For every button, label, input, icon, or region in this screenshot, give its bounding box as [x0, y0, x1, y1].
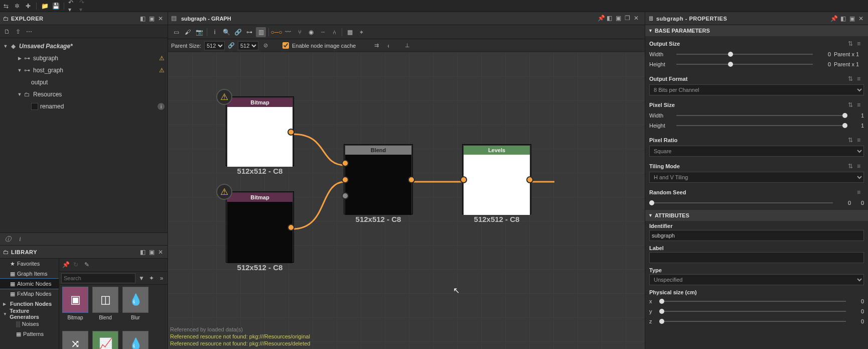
magnet-icon[interactable]: ⌖: [356, 27, 366, 37]
paint-icon[interactable]: 🖌: [183, 27, 193, 37]
grid-snap-icon[interactable]: ▦: [345, 27, 355, 37]
node-port[interactable]: [342, 160, 349, 167]
redo-icon[interactable]: ↷ ▾: [79, 2, 87, 10]
align-icon[interactable]: ▥: [256, 27, 266, 37]
menu-icon[interactable]: ≡: [857, 101, 864, 108]
library-category[interactable]: ★Favorites: [0, 259, 59, 269]
close-icon[interactable]: ✕: [634, 15, 642, 23]
height-slider[interactable]: [676, 64, 813, 65]
info-icon[interactable]: i: [210, 27, 220, 37]
node-port[interactable]: [287, 129, 295, 136]
new-file-icon[interactable]: ✚: [24, 2, 32, 10]
zoom-icon[interactable]: 🔍: [221, 27, 231, 37]
library-tile[interactable]: 📈: [91, 331, 119, 349]
close-icon[interactable]: ✕: [157, 15, 165, 23]
tree-arrow[interactable]: ▶: [16, 56, 23, 61]
library-category[interactable]: ▦Patterns: [0, 329, 59, 339]
star-plus-icon[interactable]: ✦: [148, 274, 156, 282]
merge-icon[interactable]: ⑃: [329, 27, 339, 37]
phys-y-slider[interactable]: [659, 311, 846, 312]
node-icon[interactable]: ◉: [306, 27, 316, 37]
graph-node-bitmap[interactable]: Bitmap: [226, 192, 294, 262]
node-port[interactable]: [287, 224, 295, 231]
pin-icon[interactable]: 📌: [62, 261, 70, 269]
inherit-icon[interactable]: ⇅: [848, 137, 855, 144]
more-icon[interactable]: ⋯: [25, 28, 33, 36]
hierarchy-icon[interactable]: ⊥: [403, 41, 412, 50]
library-category[interactable]: ░Noises: [0, 319, 59, 329]
node-port[interactable]: [342, 192, 349, 199]
distribute-icon[interactable]: ⫞: [384, 41, 393, 50]
phys-z-slider[interactable]: [659, 321, 846, 322]
cache-checkbox[interactable]: [282, 42, 289, 49]
library-category[interactable]: ▶Function Nodes: [0, 299, 59, 309]
close-icon[interactable]: ✕: [157, 248, 165, 256]
dotted-icon[interactable]: ┈: [318, 27, 328, 37]
tree-arrow[interactable]: ▼: [16, 92, 23, 97]
flow-icon[interactable]: ⊶: [244, 27, 254, 37]
inherit-icon[interactable]: ⇅: [848, 163, 855, 170]
open-icon[interactable]: 📁: [41, 2, 49, 10]
arrange-icon[interactable]: ⇉: [372, 41, 381, 50]
graph-node-bitmap[interactable]: Bitmap: [226, 97, 294, 166]
share-icon[interactable]: ⇆: [2, 2, 10, 10]
node-port[interactable]: [526, 176, 533, 183]
filter-icon[interactable]: ▼: [137, 274, 146, 282]
px-width-slider[interactable]: [676, 115, 846, 116]
menu-icon[interactable]: ≡: [857, 40, 864, 47]
pencil-icon[interactable]: ✎: [84, 261, 92, 269]
menu-icon[interactable]: ≡: [857, 163, 864, 170]
library-tile[interactable]: ⤨: [61, 331, 89, 349]
attributes-header[interactable]: ▼ ATTRIBUTES: [645, 210, 868, 221]
phys-x-slider[interactable]: [659, 301, 846, 302]
library-category[interactable]: ▦Graph Items: [0, 269, 59, 279]
px-height-slider[interactable]: [676, 125, 846, 126]
dock-icon[interactable]: ◧: [138, 15, 147, 23]
graph-canvas[interactable]: Bitmap512x512 - C8⚠Bitmap512x512 - C8⚠Bl…: [168, 52, 645, 349]
new-pkg-icon[interactable]: 🗋: [3, 28, 11, 36]
select-tool-icon[interactable]: ▭: [171, 27, 181, 37]
node-port[interactable]: [460, 176, 467, 183]
tree-row[interactable]: ▶⊶subgraph⚠: [0, 52, 168, 64]
restore-icon[interactable]: ❐: [625, 15, 633, 23]
pin-icon[interactable]: 📌: [598, 15, 606, 23]
connect-icon[interactable]: ○─○: [271, 27, 281, 37]
maximize-icon[interactable]: ▣: [148, 15, 156, 23]
parent-height-select[interactable]: 512: [238, 41, 258, 50]
parent-width-select[interactable]: 512: [204, 41, 225, 50]
identifier-input[interactable]: [649, 230, 864, 241]
library-tile[interactable]: 💧Blur: [121, 287, 150, 329]
library-category[interactable]: ▦Atomic Nodes: [0, 279, 59, 289]
tree-row[interactable]: output: [0, 76, 168, 88]
base-params-header[interactable]: ▼ BASE PARAMETERS: [645, 25, 868, 36]
library-tile[interactable]: ◫Blend: [91, 287, 119, 329]
seed-slider[interactable]: [649, 202, 833, 203]
chevron-down-icon[interactable]: ▼: [2, 44, 9, 49]
maximize-icon[interactable]: ▣: [848, 15, 856, 23]
menu-icon[interactable]: ≡: [857, 137, 864, 144]
expand-icon[interactable]: »: [158, 274, 166, 282]
export-icon[interactable]: ⇪: [14, 28, 22, 36]
puzzle-icon[interactable]: ✲: [13, 2, 21, 10]
refresh-icon[interactable]: ↻: [73, 261, 81, 269]
graph-node-levels[interactable]: Levels: [463, 145, 531, 214]
dock-icon[interactable]: ◧: [607, 15, 615, 23]
undo-icon[interactable]: ↶ ▾: [68, 2, 76, 10]
node-port[interactable]: [408, 176, 415, 183]
info-icon[interactable]: i: [158, 103, 165, 110]
close-icon[interactable]: ✕: [857, 15, 865, 23]
node-port[interactable]: [342, 176, 349, 183]
pin-icon[interactable]: 📌: [830, 15, 838, 23]
maximize-icon[interactable]: ▣: [616, 15, 624, 23]
tree-row[interactable]: ▼🗀Resources: [0, 88, 168, 100]
reset-icon[interactable]: ⊘: [261, 41, 270, 50]
italic-i-icon[interactable]: i: [16, 235, 24, 243]
tree-row[interactable]: renamedi: [0, 100, 168, 112]
menu-icon[interactable]: ≡: [857, 189, 864, 196]
tree-arrow[interactable]: ▼: [16, 68, 23, 73]
dock-icon[interactable]: ◧: [138, 248, 147, 256]
library-search-input[interactable]: [61, 273, 135, 283]
info-tab-icon[interactable]: ⓘ: [4, 235, 12, 243]
tree-row[interactable]: ▼⊶host_graph⚠: [0, 64, 168, 76]
library-tile[interactable]: ▣Bitmap: [61, 287, 89, 329]
